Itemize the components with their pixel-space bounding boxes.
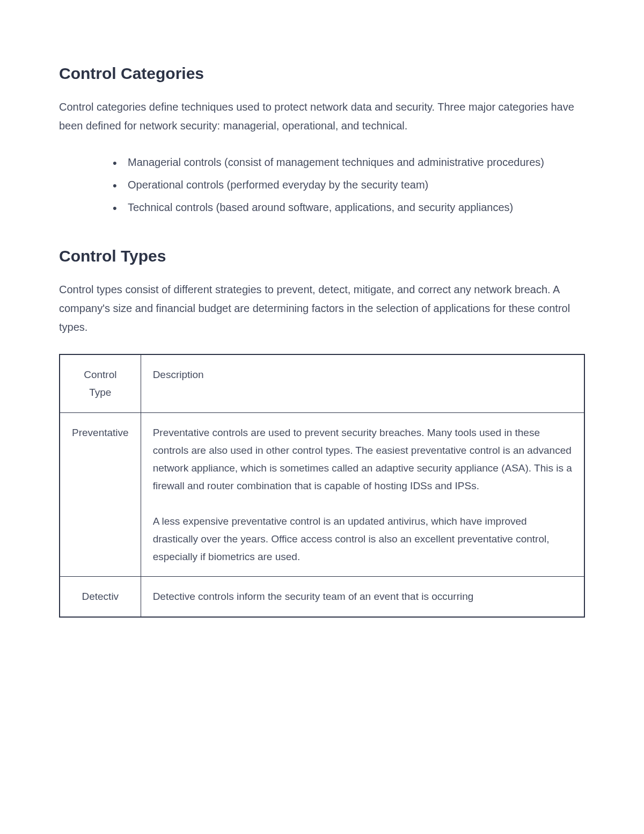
table-row: Preventative Preventative controls are u… [60, 412, 584, 577]
control-types-table: Control Type Description Preventative Pr… [59, 354, 585, 618]
table-cell-type: Preventative [60, 412, 141, 577]
table-header-type: Control Type [60, 354, 141, 412]
section1-heading: Control Categories [59, 64, 585, 83]
table-cell-type: Detectiv [60, 577, 141, 617]
section1-bullet-list: Managerial controls (consist of manageme… [59, 153, 585, 217]
table-header-row: Control Type Description [60, 354, 584, 412]
table-desc-para: Preventative controls are used to preven… [153, 424, 572, 495]
table-cell-desc: Detective controls inform the security t… [141, 577, 584, 617]
table-desc-para: Detective controls inform the security t… [153, 588, 572, 605]
table-cell-desc: Preventative controls are used to preven… [141, 412, 584, 577]
list-item: Operational controls (performed everyday… [113, 175, 585, 194]
table-desc-para: A less expensive preventative control is… [153, 512, 572, 566]
list-item: Technical controls (based around softwar… [113, 198, 585, 217]
list-item: Managerial controls (consist of manageme… [113, 153, 585, 172]
section2-paragraph: Control types consist of different strat… [59, 280, 585, 337]
table-header-desc: Description [141, 354, 584, 412]
table-row: Detectiv Detective controls inform the s… [60, 577, 584, 617]
section1-paragraph: Control categories define techniques use… [59, 98, 585, 135]
section2-heading: Control Types [59, 247, 585, 265]
